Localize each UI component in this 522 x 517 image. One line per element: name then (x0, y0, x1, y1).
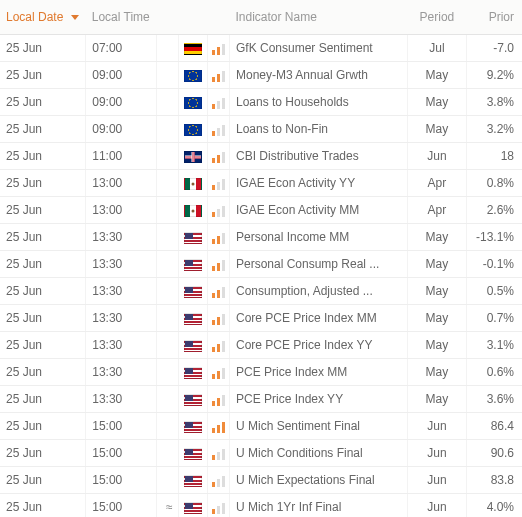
cell-time: 13:00 (92, 176, 122, 190)
table-row[interactable]: 25 Jun15:00U Mich Sentiment FinalJun86.4 (0, 413, 522, 440)
cell-approx-td (157, 278, 179, 305)
cell-importance-td (207, 359, 229, 386)
flag-us-icon (184, 448, 202, 460)
cell-importance-td (207, 35, 229, 62)
cell-date: 25 Jun (6, 311, 42, 325)
table-row[interactable]: 25 Jun13:00IGAE Econ Activity MMApr2.6% (0, 197, 522, 224)
cell-date-td: 25 Jun (0, 251, 86, 278)
table-row[interactable]: 25 Jun07:00GfK Consumer SentimentJul-7.0 (0, 35, 522, 62)
cell-flag-td (179, 89, 207, 116)
cell-time: 13:30 (92, 257, 122, 271)
cell-time-td: 15:00 (86, 467, 157, 494)
cell-prior-td: 83.8 (466, 467, 522, 494)
table-row[interactable]: 25 Jun13:30PCE Price Index MMMay0.6% (0, 359, 522, 386)
flag-us-icon (184, 475, 202, 487)
cell-time-td: 09:00 (86, 89, 157, 116)
table-row[interactable]: 25 Jun13:00IGAE Econ Activity YYApr0.8% (0, 170, 522, 197)
col-header-date[interactable]: Local Date (0, 0, 86, 35)
col-header-date-label: Local Date (6, 10, 63, 24)
cell-date: 25 Jun (6, 95, 42, 109)
cell-importance-td (207, 197, 229, 224)
cell-date: 25 Jun (6, 68, 42, 82)
col-header-prior[interactable]: Prior (466, 0, 522, 35)
cell-prior: -0.1% (483, 257, 514, 271)
cell-indicator-name: Consumption, Adjusted ... (236, 284, 373, 298)
cell-name-td: GfK Consumer Sentiment (229, 35, 407, 62)
col-header-indicator-label: Indicator Name (235, 10, 316, 24)
flag-us-icon (184, 394, 202, 406)
table-body: 25 Jun07:00GfK Consumer SentimentJul-7.0… (0, 35, 522, 518)
cell-date: 25 Jun (6, 419, 42, 433)
cell-prior-td: 18 (466, 143, 522, 170)
col-header-time[interactable]: Local Time (86, 0, 157, 35)
flag-us-icon (184, 232, 202, 244)
cell-flag-td (179, 305, 207, 332)
col-header-indicator[interactable]: Indicator Name (229, 0, 407, 35)
cell-period-td: May (408, 89, 467, 116)
col-header-approx[interactable] (157, 0, 179, 35)
cell-flag-td (179, 386, 207, 413)
cell-period-td: May (408, 62, 467, 89)
cell-time: 11:00 (92, 149, 122, 163)
cell-time-td: 13:00 (86, 170, 157, 197)
importance-icon (212, 232, 225, 244)
table-row[interactable]: 25 Jun13:30Consumption, Adjusted ...May0… (0, 278, 522, 305)
table-row[interactable]: 25 Jun13:30Core PCE Price Index YYMay3.1… (0, 332, 522, 359)
table-row[interactable]: 25 Jun11:00CBI Distributive TradesJun18 (0, 143, 522, 170)
cell-date-td: 25 Jun (0, 413, 86, 440)
cell-indicator-name: Loans to Households (236, 95, 349, 109)
table-row[interactable]: 25 Jun13:30PCE Price Index YYMay3.6% (0, 386, 522, 413)
table-row[interactable]: 25 Jun15:00≈U Mich 1Yr Inf FinalJun4.0% (0, 494, 522, 518)
cell-flag-td (179, 440, 207, 467)
cell-name-td: Core PCE Price Index MM (229, 305, 407, 332)
table-row[interactable]: 25 Jun09:00Money-M3 Annual GrwthMay9.2% (0, 62, 522, 89)
col-header-importance[interactable] (207, 0, 229, 35)
cell-approx-td (157, 170, 179, 197)
cell-prior-td: 86.4 (466, 413, 522, 440)
cell-date-td: 25 Jun (0, 278, 86, 305)
table-row[interactable]: 25 Jun15:00U Mich Expectations FinalJun8… (0, 467, 522, 494)
cell-time: 13:30 (92, 284, 122, 298)
table-row[interactable]: 25 Jun13:30Core PCE Price Index MMMay0.7… (0, 305, 522, 332)
cell-time-td: 07:00 (86, 35, 157, 62)
cell-period-td: May (408, 116, 467, 143)
cell-name-td: U Mich Conditions Final (229, 440, 407, 467)
cell-period-td: May (408, 332, 467, 359)
flag-eu-icon (184, 70, 202, 82)
cell-date: 25 Jun (6, 392, 42, 406)
cell-importance-td (207, 62, 229, 89)
cell-period-td: Jun (408, 467, 467, 494)
cell-importance-td (207, 440, 229, 467)
cell-prior: 9.2% (487, 68, 514, 82)
cell-importance-td (207, 278, 229, 305)
cell-period: May (426, 230, 449, 244)
importance-icon (212, 124, 225, 136)
cell-date-td: 25 Jun (0, 386, 86, 413)
col-header-country[interactable] (179, 0, 207, 35)
cell-prior-td: 3.8% (466, 89, 522, 116)
col-header-period[interactable]: Period (408, 0, 467, 35)
cell-date: 25 Jun (6, 500, 42, 514)
cell-flag-td (179, 413, 207, 440)
cell-name-td: IGAE Econ Activity MM (229, 197, 407, 224)
cell-time-td: 15:00 (86, 440, 157, 467)
cell-name-td: Money-M3 Annual Grwth (229, 62, 407, 89)
cell-approx-td (157, 386, 179, 413)
cell-importance-td (207, 224, 229, 251)
cell-indicator-name: Core PCE Price Index MM (236, 311, 377, 325)
cell-approx-td (157, 305, 179, 332)
table-row[interactable]: 25 Jun13:30Personal Consump Real ...May-… (0, 251, 522, 278)
cell-date: 25 Jun (6, 230, 42, 244)
table-row[interactable]: 25 Jun15:00U Mich Conditions FinalJun90.… (0, 440, 522, 467)
cell-date-td: 25 Jun (0, 359, 86, 386)
cell-indicator-name: U Mich 1Yr Inf Final (236, 500, 341, 514)
cell-period-td: May (408, 359, 467, 386)
table-row[interactable]: 25 Jun09:00Loans to Non-FinMay3.2% (0, 116, 522, 143)
table-header-row: Local Date Local Time Indicator Name Per… (0, 0, 522, 35)
cell-period: Apr (428, 176, 447, 190)
cell-flag-td (179, 224, 207, 251)
table-row[interactable]: 25 Jun09:00Loans to HouseholdsMay3.8% (0, 89, 522, 116)
cell-approx-td: ≈ (157, 494, 179, 518)
cell-prior: -13.1% (476, 230, 514, 244)
table-row[interactable]: 25 Jun13:30Personal Income MMMay-13.1% (0, 224, 522, 251)
